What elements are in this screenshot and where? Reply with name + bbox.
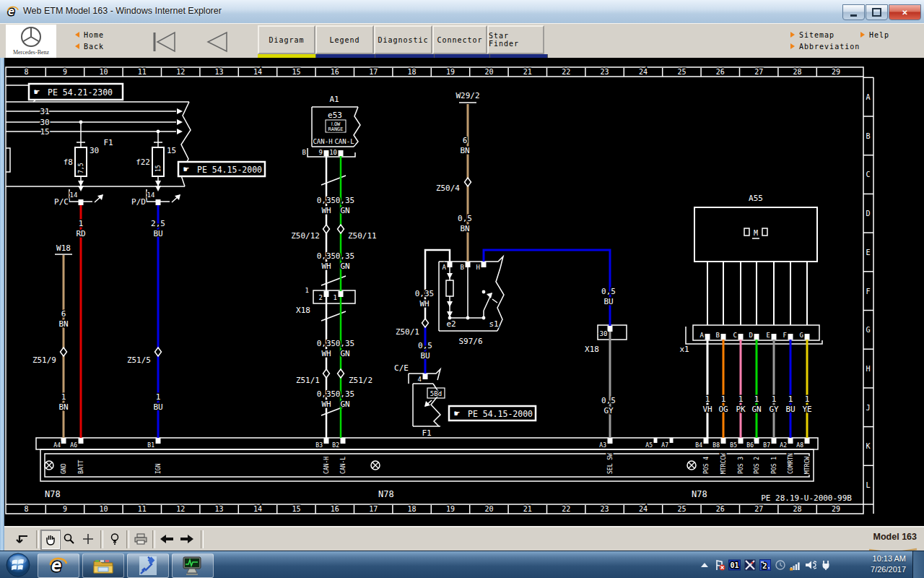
return-button[interactable]	[13, 530, 32, 548]
title-bar[interactable]: e Web ETM Model 163 - Windows Internet E…	[0, 0, 924, 24]
diagram-label: WH	[419, 299, 429, 309]
ruler-number: 11	[138, 505, 147, 513]
ruler-number: 15	[292, 68, 300, 76]
connector-pin	[788, 438, 793, 444]
tray-clock-sync-icon[interactable]	[772, 558, 788, 572]
tab-diagram[interactable]: Diagram	[258, 25, 315, 54]
tray-power-plug-icon[interactable]	[818, 558, 833, 572]
diagram-label: Z50/4	[436, 184, 460, 193]
junction-dot	[482, 290, 486, 294]
previous-page-button[interactable]	[196, 30, 234, 54]
ruler-number: 20	[484, 68, 493, 76]
start-button[interactable]	[4, 551, 32, 578]
back-arrow-icon	[75, 43, 79, 49]
splice-icon	[323, 369, 330, 378]
taskbar-spark-plug-app[interactable]	[127, 553, 169, 578]
maximize-button[interactable]	[866, 4, 888, 20]
diagram-label: BN	[460, 224, 469, 233]
diagram-label: 15	[167, 146, 176, 155]
diagram-label: Z50/12	[291, 231, 320, 241]
model-label: Model 163	[873, 532, 917, 542]
diagram-label: B1	[147, 442, 154, 449]
diagram-label: OG	[718, 405, 728, 414]
diagram-label: VH	[702, 405, 712, 414]
diagram-label: B	[302, 149, 306, 156]
tray-action-center-icon[interactable]	[712, 558, 727, 572]
print-button[interactable]	[131, 530, 150, 548]
ruler-number: 17	[369, 68, 378, 76]
close-button[interactable]: ✕	[889, 4, 921, 20]
ruler-number: 23	[601, 505, 609, 513]
row-letter: E	[866, 249, 870, 256]
ruler-number: 19	[446, 505, 455, 513]
tray-show-hidden-icons[interactable]	[697, 558, 712, 572]
pan-hand-tool[interactable]	[40, 530, 61, 550]
diagram-label: 1	[738, 394, 744, 404]
diagram-label: GY	[603, 406, 614, 415]
svg-text:01: 01	[731, 561, 739, 569]
connector-pin	[738, 438, 744, 444]
abbreviation-link[interactable]: Abbreviation	[790, 40, 860, 52]
connector-pin	[324, 291, 329, 297]
diagram-label: 1	[788, 394, 793, 404]
home-link[interactable]: Home	[75, 29, 104, 40]
tray-s2-app-icon[interactable]: 2	[757, 558, 772, 572]
diagram-label: F	[783, 332, 787, 339]
help-link[interactable]: Help	[860, 29, 889, 40]
ie-favicon: e	[6, 5, 19, 18]
tray-x-app-icon[interactable]	[742, 558, 757, 572]
tab-legend[interactable]: Legend	[315, 25, 374, 54]
diagram-label: X18	[296, 306, 310, 315]
diagram-label: GND	[61, 463, 67, 474]
diagram-label: 0,35	[336, 196, 355, 205]
taskbar-windows-explorer[interactable]	[82, 553, 124, 578]
zoom-in-tool[interactable]	[79, 530, 97, 548]
tray-network-icon[interactable]	[788, 558, 803, 572]
taskbar-internet-explorer[interactable]: e	[38, 553, 79, 578]
zoom-tool[interactable]	[60, 530, 79, 548]
next-diagram-button[interactable]	[178, 530, 196, 548]
tray-keyboard-01-icon[interactable]: 01	[727, 558, 742, 572]
taskbar-clock[interactable]: 10:13 AM 7/26/2017	[855, 553, 906, 575]
tab-diagnostic[interactable]: Diagnostic	[374, 25, 432, 54]
diagram-label: E	[767, 332, 770, 339]
connector-pin	[324, 438, 329, 444]
app-toolbar: Mercedes-Benz Home Back Diagram Legend D…	[0, 23, 924, 59]
back-link[interactable]: Back	[75, 40, 104, 52]
diagram-canvas[interactable]: ☛PE 54.21-2300☛PE 54.15-2000☛PE 54.15-20…	[0, 58, 924, 526]
diagram-label: 1	[79, 219, 84, 228]
diagram-label: WH	[321, 349, 331, 358]
arrowhead-icon	[177, 119, 183, 125]
prev-diagram-button[interactable]	[157, 530, 176, 548]
diagram-label: 0,5	[601, 396, 616, 405]
ruler-number: 15	[292, 505, 300, 513]
first-page-button[interactable]	[144, 30, 182, 54]
diagram-label: H	[476, 264, 480, 271]
splice-icon	[338, 369, 344, 378]
junction-dot	[79, 121, 83, 124]
viewer-statusbar: Model 163	[0, 526, 924, 552]
connector-pin	[705, 334, 710, 340]
tab-connector[interactable]: Connector	[432, 25, 487, 54]
splice-icon	[61, 348, 67, 356]
diagram-label: A3	[599, 442, 606, 449]
junction-dot	[157, 130, 160, 134]
diagram-label: POS 1	[771, 457, 777, 474]
taskbar-diagnostic-monitor-app[interactable]	[172, 553, 214, 578]
minimize-button[interactable]	[842, 4, 865, 20]
sitemap-link[interactable]: Sitemap	[790, 29, 860, 40]
windows-taskbar: e 01 2 10:13 AM 7/26/2017	[0, 551, 924, 578]
diagram-label: A55	[749, 194, 763, 203]
ruler-number: 8	[25, 505, 29, 513]
connector-pin	[466, 262, 471, 267]
diagram-label: C/E	[394, 363, 409, 373]
tray-volume-icon[interactable]	[803, 558, 818, 572]
ruler-number: 13	[215, 68, 224, 76]
ruler-number: 21	[523, 68, 532, 76]
diagram-label: X18	[585, 345, 599, 354]
tab-star-finder[interactable]: Star Finder	[487, 25, 544, 54]
highlight-tool[interactable]	[105, 530, 124, 548]
diagram-label: M	[754, 229, 758, 237]
diagram-label: 31	[40, 107, 49, 116]
show-desktop-button[interactable]	[912, 551, 924, 578]
